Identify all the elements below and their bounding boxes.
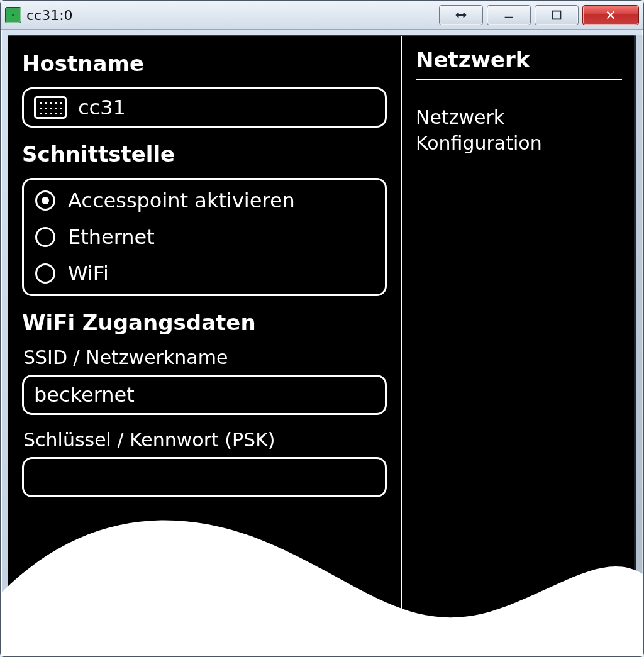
hostname-field[interactable]: cc31 [22,87,387,128]
right-pane: Netzwerk Netzwerk Konfiguration [402,36,636,649]
left-pane: Hostname cc31 Schnittstelle Accesspoint … [8,36,402,649]
interface-group: Accesspoint aktivieren Ethernet WiFi [22,178,387,296]
radio-icon [35,190,55,211]
app-icon [5,7,21,23]
network-description: Netzwerk Konfiguration [416,105,622,156]
hostname-heading: Hostname [22,51,387,76]
content-area: Hostname cc31 Schnittstelle Accesspoint … [8,35,636,649]
interface-option-label: Accesspoint aktivieren [68,189,295,213]
interface-heading: Schnittstelle [22,141,387,167]
window-button-group [439,5,639,25]
ssid-label: SSID / Netzwerkname [23,346,387,368]
radio-icon [35,263,55,284]
psk-label: Schlüssel / Kennwort (PSK) [23,429,387,451]
interface-option-label: WiFi [68,262,109,285]
ssid-input[interactable]: beckernet [22,375,387,415]
hostname-value: cc31 [78,96,126,119]
svg-point-1 [12,14,14,16]
keyboard-icon [34,96,67,119]
wifi-heading: WiFi Zugangsdaten [22,310,387,335]
interface-option-accesspoint[interactable]: Accesspoint aktivieren [34,186,375,215]
window-frame: cc31:0 Hostname cc31 [0,0,644,657]
network-heading: Netzwerk [416,47,622,80]
maximize-button[interactable] [535,5,579,25]
minimize-button[interactable] [487,5,531,25]
window-edge-shade [634,35,643,649]
titlebar: cc31:0 [1,1,643,30]
interface-option-label: Ethernet [68,225,155,249]
psk-input[interactable] [22,457,387,497]
interface-radio-list: Accesspoint aktivieren Ethernet WiFi [34,186,375,288]
svg-rect-3 [553,11,561,19]
radio-icon [35,227,55,247]
interface-option-wifi[interactable]: WiFi [34,259,375,288]
window-title: cc31:0 [26,8,73,23]
close-button[interactable] [582,5,639,25]
interface-option-ethernet[interactable]: Ethernet [34,223,375,251]
resize-button[interactable] [439,5,483,25]
